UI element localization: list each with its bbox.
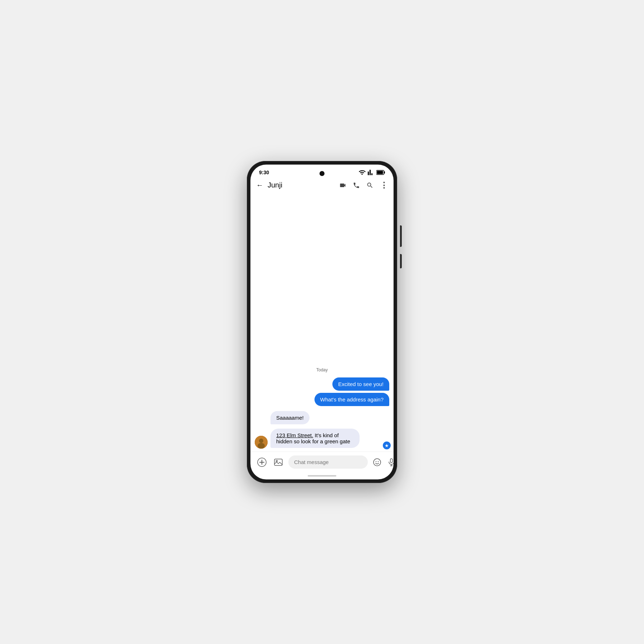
power-button [400,225,402,247]
signal-icon [367,169,375,176]
received-message-1: Saaaaame! [270,411,309,424]
status-icons [358,169,385,176]
address-link[interactable]: 123 Elm Street. [276,432,313,438]
contact-name: Junji [268,181,335,189]
avatar-svg [255,436,268,449]
wifi-icon [358,169,366,176]
received-message-2: 123 Elm Street. It's kind of hidden so l… [270,429,360,448]
more-options-icon[interactable]: ⋮ [380,181,388,189]
app-bar-actions: ⋮ [339,181,388,189]
image-button[interactable] [272,456,285,469]
svg-point-10 [276,460,278,462]
phone-device: 9:30 ← Junji [247,161,397,483]
svg-rect-14 [390,459,392,463]
back-button[interactable]: ← [256,181,263,189]
svg-rect-9 [274,459,282,465]
mic-icon [387,458,394,467]
status-time: 9:30 [259,170,269,175]
emoji-button[interactable] [371,457,383,468]
svg-rect-1 [384,171,385,174]
svg-point-12 [376,461,376,462]
received-message-2-wrapper: 123 Elm Street. It's kind of hidden so l… [255,429,389,449]
avatar-image [255,436,268,449]
star-badge: ★ [382,441,391,450]
messages-container: Excited to see you! What's the address a… [255,377,389,449]
video-call-icon[interactable] [339,182,346,189]
input-bar [250,452,394,472]
sent-message-2: What's the address again? [314,393,389,406]
sent-message-1: Excited to see you! [332,377,389,391]
add-button[interactable] [255,456,268,469]
volume-button [400,254,402,268]
chat-input[interactable] [288,455,368,469]
app-bar: ← Junji ⋮ [250,178,394,192]
home-bar [308,475,336,477]
phone-screen: 9:30 ← Junji [250,165,394,479]
add-icon [257,458,267,467]
svg-point-5 [258,443,265,449]
avatar [255,436,268,449]
home-indicator [250,472,394,479]
date-separator: Today [255,367,389,372]
chat-area: Today Excited to see you! What's the add… [250,192,394,452]
svg-point-13 [378,461,379,462]
search-icon[interactable] [366,182,374,189]
svg-point-11 [374,459,381,466]
battery-icon [376,170,385,175]
mic-button[interactable] [386,457,394,468]
svg-point-4 [259,439,263,443]
phone-icon[interactable] [353,182,360,189]
input-right-icons [371,457,394,468]
camera-notch [319,171,325,176]
emoji-icon [373,458,381,467]
svg-rect-2 [377,171,383,174]
image-icon [274,458,283,467]
